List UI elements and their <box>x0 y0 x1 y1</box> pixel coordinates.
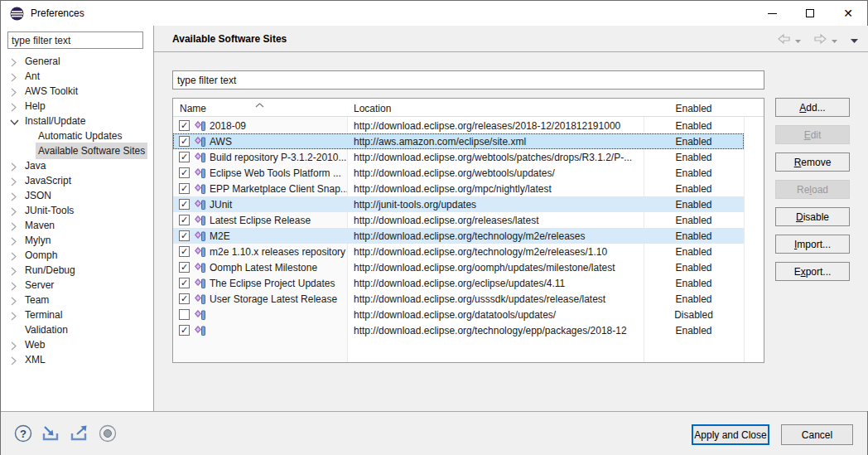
site-location: http://download.eclipse.org/technology/e… <box>347 325 644 336</box>
sidebar-item-json[interactable]: JSON <box>1 188 153 203</box>
sidebar-item-java[interactable]: Java <box>1 158 153 173</box>
chevron-right-icon[interactable] <box>9 235 19 245</box>
chevron-right-icon[interactable] <box>9 310 19 320</box>
column-header-name[interactable]: Name <box>180 103 206 114</box>
view-menu-icon[interactable] <box>850 35 859 46</box>
site-row-oomph-latest-milestone[interactable]: ✓Oomph Latest Milestonehttp://download.e… <box>173 259 744 275</box>
close-button[interactable]: ✕ <box>829 1 867 26</box>
chevron-right-icon[interactable] <box>9 295 19 305</box>
cancel-button[interactable]: Cancel <box>781 424 853 445</box>
site-checkbox-unchecked[interactable] <box>179 309 190 320</box>
chevron-right-icon[interactable] <box>9 355 19 365</box>
chevron-right-icon[interactable] <box>9 56 19 66</box>
sidebar-item-maven[interactable]: Maven <box>1 218 153 233</box>
site-checkbox-checked[interactable]: ✓ <box>179 230 190 241</box>
site-checkbox-checked[interactable]: ✓ <box>179 152 190 162</box>
sidebar-item-help[interactable]: Help <box>1 99 153 114</box>
disable-button[interactable]: Disable <box>775 207 850 226</box>
sidebar-item-junit-tools[interactable]: JUnit-Tools <box>1 203 153 218</box>
site-row-build-repository-p-3-1-2-2010[interactable]: ✓Build repository P-3.1.2-2010...http://… <box>173 149 744 165</box>
sidebar-item-team[interactable]: Team <box>1 293 153 307</box>
chevron-right-icon[interactable] <box>9 71 19 81</box>
sidebar-item-automatic-updates[interactable]: Automatic Updates <box>1 128 153 143</box>
site-row-latest-eclipse-release[interactable]: ✓Latest Eclipse Releasehttp://download.e… <box>173 212 744 228</box>
sidebar-item-web[interactable]: Web <box>1 337 153 352</box>
chevron-right-icon[interactable] <box>9 280 19 290</box>
site-location: http://download.eclipse.org/usssdk/updat… <box>347 293 644 305</box>
site-checkbox-checked[interactable]: ✓ <box>179 262 190 273</box>
site-checkbox-checked[interactable]: ✓ <box>179 278 190 288</box>
export-preferences-icon[interactable] <box>69 423 90 444</box>
import-button[interactable]: Import... <box>775 235 850 254</box>
sidebar-item-terminal[interactable]: Terminal <box>1 307 153 322</box>
site-enabled-status: Enabled <box>644 199 744 211</box>
chevron-right-icon[interactable] <box>9 340 19 350</box>
back-history-dropdown-icon[interactable] <box>794 35 802 46</box>
export-button[interactable]: Export... <box>775 262 850 281</box>
sidebar-item-server[interactable]: Server <box>1 278 153 293</box>
remove-button[interactable]: Remove <box>775 152 850 172</box>
chevron-right-icon[interactable] <box>9 220 19 230</box>
chevron-right-icon[interactable] <box>9 176 19 186</box>
column-header-location[interactable]: Location <box>354 103 391 114</box>
preference-recorder-icon[interactable] <box>97 423 118 444</box>
chevron-right-icon[interactable] <box>9 86 19 96</box>
site-checkbox-checked[interactable]: ✓ <box>179 167 190 178</box>
apply-and-close-button[interactable]: Apply and Close <box>692 424 769 445</box>
sidebar-item-available-software-sites[interactable]: Available Software Sites <box>1 143 153 158</box>
site-checkbox-checked[interactable]: ✓ <box>179 246 190 257</box>
sidebar-item-mylyn[interactable]: Mylyn <box>1 233 153 248</box>
site-row-junit[interactable]: ✓JUnithttp://junit-tools.org/updatesEnab… <box>173 196 744 212</box>
chevron-right-icon[interactable] <box>9 265 19 275</box>
sidebar-filter-input[interactable] <box>7 31 143 49</box>
chevron-right-icon[interactable] <box>9 250 19 260</box>
site-row-epp-marketplace-client-snap[interactable]: ✓EPP Marketplace Client Snap...http://do… <box>173 181 744 196</box>
site-name-cell: ✓ <box>173 324 347 336</box>
site-checkbox-checked[interactable]: ✓ <box>179 293 190 304</box>
site-row-2018-09[interactable]: ✓2018-09http://download.eclipse.org/rele… <box>173 118 744 133</box>
site-row-m2e-1-10-x-releases-repository[interactable]: ✓m2e 1.10.x releases repositoryhttp://do… <box>173 244 744 259</box>
maximize-button[interactable] <box>791 1 829 26</box>
site-row-blank[interactable]: http://download.eclipse.org/datatools/up… <box>173 307 744 322</box>
minimize-button[interactable] <box>753 1 791 26</box>
chevron-right-icon[interactable] <box>9 206 19 215</box>
add-button[interactable]: Add... <box>775 98 850 117</box>
site-checkbox-checked[interactable]: ✓ <box>179 120 190 131</box>
site-row-aws[interactable]: ✓AWShttp://aws.amazon.com/eclipse/site.x… <box>173 133 744 149</box>
import-preferences-icon[interactable] <box>41 423 62 444</box>
site-enabled-status: Enabled <box>644 152 744 163</box>
sidebar-item-validation[interactable]: Validation <box>1 322 153 337</box>
sidebar-item-install-update[interactable]: Install/Update <box>1 114 153 128</box>
sidebar-item-general[interactable]: General <box>1 54 153 69</box>
site-checkbox-checked[interactable]: ✓ <box>179 183 190 194</box>
forward-history-dropdown-icon[interactable] <box>831 35 838 46</box>
site-row-eclipse-web-tools-platform[interactable]: ✓Eclipse Web Tools Platform ...http://do… <box>173 165 744 181</box>
site-checkbox-checked[interactable]: ✓ <box>179 136 190 147</box>
site-checkbox-checked[interactable]: ✓ <box>179 325 190 336</box>
svg-text:?: ? <box>20 428 27 440</box>
site-row-m2e[interactable]: ✓M2Ehttp://download.eclipse.org/technolo… <box>173 228 744 244</box>
site-row-user-storage-latest-release[interactable]: ✓User Storage Latest Releasehttp://downl… <box>173 291 744 307</box>
sidebar-item-aws-toolkit[interactable]: AWS Toolkit <box>1 84 153 99</box>
sidebar-item-oomph[interactable]: Oomph <box>1 248 153 263</box>
sidebar-item-ant[interactable]: Ant <box>1 69 153 84</box>
forward-arrow-icon[interactable] <box>813 33 827 47</box>
chevron-down-icon[interactable] <box>9 116 19 126</box>
column-header-enabled[interactable]: Enabled <box>644 103 744 114</box>
site-location: http://download.eclipse.org/releases/lat… <box>347 215 644 226</box>
site-name-cell: ✓m2e 1.10.x releases repository <box>173 245 347 258</box>
site-checkbox-checked[interactable]: ✓ <box>179 199 190 210</box>
sidebar-item-xml[interactable]: XML <box>1 352 153 367</box>
site-checkbox-checked[interactable]: ✓ <box>179 215 190 225</box>
site-enabled-status: Enabled <box>644 215 744 226</box>
site-row-blank[interactable]: ✓http://download.eclipse.org/technology/… <box>173 322 744 338</box>
sidebar-item-javascript[interactable]: JavaScript <box>1 173 153 188</box>
chevron-right-icon[interactable] <box>9 191 19 201</box>
sidebar-item-run-debug[interactable]: Run/Debug <box>1 263 153 278</box>
help-icon[interactable]: ? <box>12 423 34 444</box>
chevron-right-icon[interactable] <box>9 101 19 111</box>
site-row-the-eclipse-project-updates[interactable]: ✓The Eclipse Project Updateshttp://downl… <box>173 275 744 291</box>
sites-filter-input[interactable] <box>172 70 764 90</box>
back-arrow-icon[interactable] <box>777 33 791 47</box>
chevron-right-icon[interactable] <box>9 161 19 171</box>
